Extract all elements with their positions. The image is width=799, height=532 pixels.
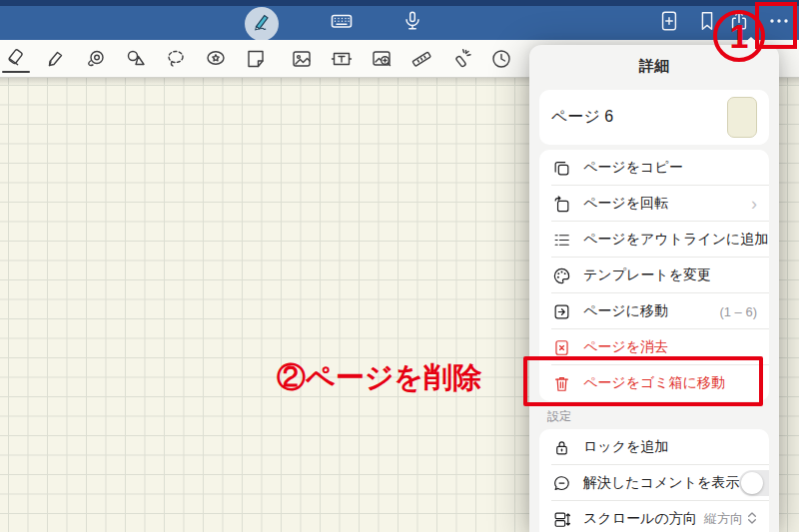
comment-icon [551,473,571,493]
lock-icon [551,437,571,457]
navigation-bar [0,6,799,40]
timer-icon [489,47,513,71]
menu-item-show-resolved-comments[interactable]: 解決したコメントを表示 [539,465,769,501]
chevron-right-icon: › [751,195,757,213]
tool-text-box[interactable] [330,43,354,75]
tool-timer[interactable] [489,43,513,75]
annotation-step2-text: ②ページを削除 [277,358,481,398]
page-range-label: (1 – 6) [719,304,757,319]
lasso-icon [164,47,188,71]
tool-sticker[interactable] [204,43,228,75]
tool-ruler[interactable] [409,43,433,75]
rotate-icon [551,194,571,214]
scan-icon [370,47,394,71]
tool-tape[interactable] [84,43,108,75]
page-info-row[interactable]: ページ 6 [539,90,769,145]
sticky-note-icon [244,47,268,71]
menu-item-scroll-direction[interactable]: スクロールの方向 縦方向 [539,501,769,532]
microphone-icon [401,10,423,36]
menu-item-add-lock[interactable]: ロックを追加 [539,429,769,465]
keyboard-icon [330,9,354,37]
tool-sticky-note[interactable] [244,43,268,75]
tool-highlighter[interactable] [44,43,68,75]
text-box-icon [330,47,354,71]
app-window: 詳細 ページ 6 ページをコピー [0,0,799,532]
tape-icon [84,47,108,71]
tool-image[interactable] [290,43,314,75]
menu-item-change-template[interactable]: テンプレートを変更 [539,258,769,293]
tool-shapes[interactable] [124,43,148,75]
resolved-comments-toggle[interactable] [739,470,769,496]
outline-icon [551,230,571,250]
dictation-button[interactable] [400,11,424,35]
eraser-icon [4,47,28,71]
tool-lasso[interactable] [164,43,188,75]
settings-section-label: 設定 [547,408,571,425]
settings-menu: ロックを追加 解決したコメントを表示 [539,429,769,532]
annotation-step1-circle: 1 [713,10,765,62]
clear-page-icon [551,337,571,357]
menu-item-add-to-outline[interactable]: ページをアウトラインに追加 [539,222,769,258]
pen-tool-button[interactable] [245,7,279,41]
details-popover: 詳細 ページ 6 ページをコピー [529,45,779,532]
copy-icon [551,158,571,178]
menu-item-go-to-page[interactable]: ページに移動 (1 – 6) [539,293,769,329]
scroll-direction-value[interactable]: 縦方向 [704,510,757,528]
template-icon [551,266,571,285]
ruler-icon [409,47,433,71]
menu-item-rotate-page[interactable]: ページを回転 › [539,186,769,222]
tool-scan[interactable] [370,43,394,75]
annotation-box-trash-item [523,356,763,406]
menu-item-copy-page[interactable]: ページをコピー [539,150,769,186]
tool-laser-pointer[interactable] [449,43,473,75]
annotation-step1-number: 1 [730,17,749,56]
sticker-icon [204,47,228,71]
page-thumbnail[interactable] [727,97,757,138]
add-page-button[interactable] [657,11,681,35]
page-number-label: ページ 6 [551,107,727,128]
laser-pointer-icon [449,47,473,71]
add-page-icon [658,10,680,36]
goto-icon [551,301,571,321]
image-icon [290,47,314,71]
keyboard-button[interactable] [330,11,354,35]
chevron-up-down-icon [747,511,757,528]
highlighter-icon [44,47,68,71]
shapes-icon [124,47,148,71]
toggle-knob [741,472,763,494]
scroll-direction-icon [551,509,571,529]
pen-tool-icon [251,11,273,37]
tool-eraser[interactable] [4,43,28,75]
